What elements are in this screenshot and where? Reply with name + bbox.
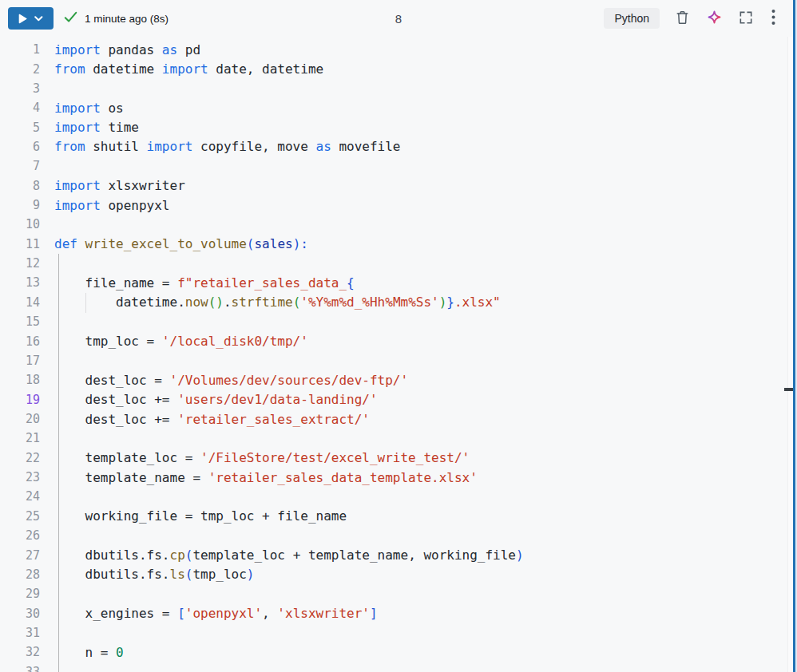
code-line[interactable]: 26 (0, 526, 797, 545)
code-line[interactable]: 5import time (0, 117, 797, 136)
play-icon[interactable] (18, 14, 27, 24)
code-token: import (54, 198, 101, 213)
assistant-sparkle-icon (705, 8, 724, 29)
code-token: '/Volumes/dev/sources/dev-ftp/' (170, 373, 409, 388)
line-number: 27 (0, 548, 40, 563)
overview-ruler[interactable] (787, 37, 793, 672)
run-button[interactable] (8, 7, 54, 30)
run-status: 1 minute ago (8s) (64, 11, 169, 26)
code-line[interactable]: 32 n = 0 (0, 642, 797, 662)
code-line[interactable]: 29 (0, 584, 797, 603)
trash-icon (674, 9, 691, 29)
code-line[interactable]: 33 (0, 662, 797, 672)
indent-guide (58, 254, 59, 672)
code-token (77, 236, 85, 251)
language-selector-button[interactable]: Python (604, 8, 660, 29)
code-line[interactable]: 6from shutil import copyfile, move as mo… (0, 137, 797, 156)
line-number: 16 (0, 334, 40, 349)
line-number: 30 (0, 607, 40, 621)
chevron-down-icon[interactable] (34, 16, 43, 22)
code-token: '%Y%m%d_%Hh%Mm%Ss' (300, 294, 438, 310)
code-line[interactable]: 3 (0, 79, 797, 98)
code-line[interactable]: 30 x_engines = ['openpyxl', 'xlsxwriter'… (0, 603, 797, 623)
code-token: shutil (85, 139, 147, 154)
delete-cell-button[interactable] (674, 9, 691, 29)
code-token: datetime. (54, 294, 185, 310)
code-line[interactable]: 18 dest_loc = '/Volumes/dev/sources/dev-… (0, 370, 797, 389)
code-token: copyfile, move (192, 139, 315, 154)
line-number: 12 (0, 256, 40, 271)
line-number: 26 (0, 528, 40, 543)
kebab-menu-icon (768, 9, 779, 28)
code-text: dest_loc += 'retailer_sales_extract/' (54, 412, 370, 427)
assistant-button[interactable] (705, 8, 724, 29)
code-line[interactable]: 24 (0, 487, 797, 506)
expand-cell-button[interactable] (738, 10, 754, 28)
code-token: f"retailer_sales_data_ (177, 275, 347, 291)
code-token: 'openpyxl' (185, 606, 262, 621)
code-token: date, datetime (208, 61, 324, 77)
line-number: 21 (0, 431, 40, 445)
code-text: dest_loc = '/Volumes/dev/sources/dev-ftp… (54, 373, 408, 388)
code-line[interactable]: 14 datetime.now().strftime('%Y%m%d_%Hh%M… (0, 293, 797, 312)
code-token: strftime (232, 294, 293, 310)
code-line[interactable]: 9import openpyxl (0, 196, 797, 215)
code-line[interactable]: 28 dbutils.fs.ls(tmp_loc) (0, 565, 797, 584)
cell-toolbar-actions: Python (604, 8, 779, 29)
code-text: template_name = 'retailer_sales_data_tem… (54, 470, 478, 485)
code-line[interactable]: 1import pandas as pd (0, 40, 797, 59)
line-number: 33 (0, 665, 40, 672)
code-line[interactable]: 21 (0, 429, 797, 448)
code-line[interactable]: 25 working_file = tmp_loc + file_name (0, 507, 797, 526)
code-line[interactable]: 27 dbutils.fs.cp(template_loc + template… (0, 545, 797, 564)
code-line[interactable]: 15 (0, 312, 797, 331)
line-number: 4 (0, 101, 40, 115)
code-editor[interactable]: 1import pandas as pd2from datetime impor… (0, 37, 797, 672)
code-token: write_excel_to_volume (85, 236, 247, 251)
code-token: tmp_loc = (54, 334, 162, 349)
code-line[interactable]: 19 dest_loc += 'users/dev1/data-landing/… (0, 389, 797, 409)
code-token: from (54, 139, 85, 154)
code-token: 0 (116, 645, 124, 660)
code-line[interactable]: 11def write_excel_to_volume(sales): (0, 235, 797, 254)
code-line[interactable]: 12 (0, 254, 797, 273)
code-line[interactable]: 20 dest_loc += 'retailer_sales_extract/' (0, 409, 797, 429)
code-line[interactable]: 8import xlsxwriter (0, 176, 797, 196)
code-token: 'users/dev1/data-landing/' (177, 392, 377, 407)
code-text: from shutil import copyfile, move as mov… (54, 139, 400, 154)
code-line[interactable]: 2from datetime import date, datetime (0, 59, 797, 78)
line-number: 32 (0, 645, 40, 659)
code-line[interactable]: 17 (0, 351, 797, 370)
line-number: 18 (0, 373, 40, 387)
code-line[interactable]: 16 tmp_loc = '/local_disk0/tmp/' (0, 331, 797, 350)
line-number: 11 (0, 237, 40, 251)
line-number: 9 (0, 198, 40, 212)
code-line[interactable]: 4import os (0, 98, 797, 117)
code-token: openpyxl (101, 198, 170, 213)
code-text: working_file = tmp_loc + file_name (54, 508, 347, 524)
code-line[interactable]: 10 (0, 215, 797, 234)
code-text: dest_loc += 'users/dev1/data-landing/' (54, 392, 378, 407)
code-token: n = (54, 645, 116, 660)
cell-menu-button[interactable] (768, 9, 779, 28)
code-text: import xlsxwriter (54, 178, 185, 193)
code-line[interactable]: 23 template_name = 'retailer_sales_data_… (0, 468, 797, 487)
code-line[interactable]: 7 (0, 156, 797, 176)
code-token: ] (370, 606, 378, 621)
code-token: import (54, 42, 101, 57)
code-line[interactable]: 31 (0, 623, 797, 642)
code-token: dbutils.fs. (54, 547, 170, 563)
code-token: ) (439, 294, 447, 310)
code-token: time (101, 120, 139, 135)
code-line[interactable]: 22 template_loc = '/FileStore/test/excel… (0, 449, 797, 468)
code-token: from (54, 61, 85, 77)
code-token: import (162, 61, 208, 77)
code-token: ( (185, 547, 193, 563)
code-token: template_loc = (54, 450, 200, 465)
code-token: working_file = tmp_loc + file_name (54, 508, 347, 524)
line-number: 28 (0, 567, 40, 582)
code-token: pandas (101, 42, 162, 57)
code-line[interactable]: 13 file_name = f"retailer_sales_data_{ (0, 273, 797, 292)
code-token: file_name = (54, 275, 177, 291)
line-number: 29 (0, 587, 40, 601)
